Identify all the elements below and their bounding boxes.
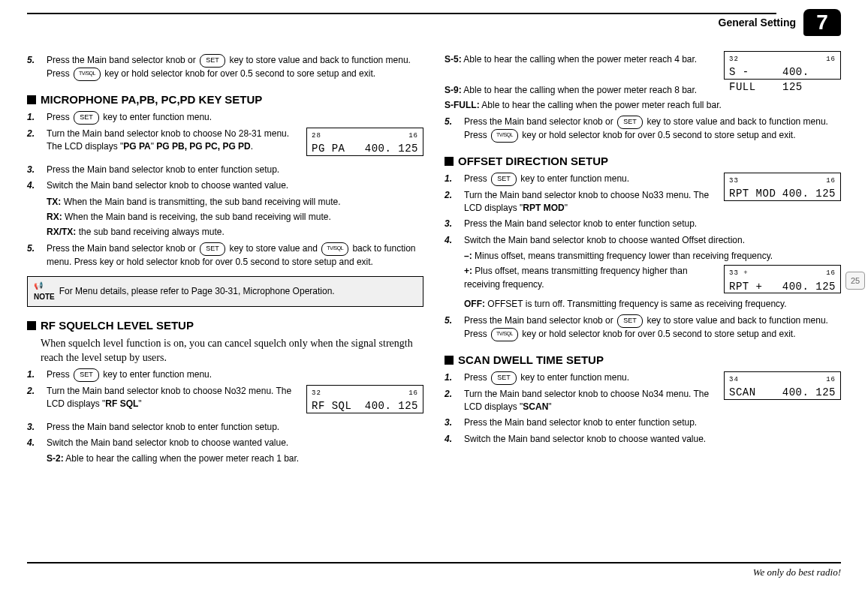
section-title: General Setting bbox=[719, 17, 796, 29]
sub-item: RX: When the Main band is receiving, the… bbox=[47, 211, 423, 224]
header-tab: General Setting 7 bbox=[719, 9, 841, 36]
lcd-display-rptplus: 33 +16 RPT +400. 125 bbox=[724, 265, 841, 293]
sub-item: OFF: OFFSET is turn off. Transmitting fr… bbox=[464, 298, 841, 311]
left-column: 5. Press the Main band selector knob or … bbox=[27, 51, 423, 468]
list-item: 1.Press SET key to enter function menu. bbox=[27, 368, 423, 382]
list-item: 5.Press the Main band selector knob or S… bbox=[445, 116, 841, 143]
footer-rule bbox=[27, 562, 841, 563]
lcd-display-rptmod: 3316 RPT MOD400. 125 bbox=[724, 173, 841, 201]
list-item: 2.Turn the Main band selector knob to ch… bbox=[445, 388, 718, 414]
page-header: General Setting 7 bbox=[27, 9, 841, 33]
tvsql-key-icon: TV/SQL bbox=[321, 242, 348, 256]
list-item: 5.Press the Main band selector knob or S… bbox=[27, 242, 423, 269]
sub-item: S-2: Able to hear the calling when the p… bbox=[47, 452, 423, 465]
note-text: For Menu details, please refer to Page 3… bbox=[59, 285, 335, 298]
right-column: 3216 S - FULL400. 125 S-5: Able to hear … bbox=[445, 51, 841, 468]
sub-item: –: Minus offset, means transmitting freq… bbox=[464, 250, 841, 263]
square-bullet-icon bbox=[445, 157, 454, 166]
note-box: 📢NOTE For Menu details, please refer to … bbox=[27, 276, 423, 307]
section-heading-offset: OFFSET DIRECTION SETUP bbox=[445, 153, 841, 170]
section-heading-rf: RF SQUELCH LEVEL SETUP bbox=[27, 317, 423, 334]
list-item: 2. 2816 PG PA400. 125 Turn the Main band… bbox=[27, 128, 423, 161]
list-item: 2. 3216 RF SQL400. 125 Turn the Main ban… bbox=[27, 385, 423, 418]
square-bullet-icon bbox=[27, 95, 36, 104]
lcd-display-sfull: 3216 S - FULL400. 125 bbox=[724, 51, 841, 80]
section-intro: When squelch level function is on, you c… bbox=[41, 337, 423, 365]
set-key-icon: SET bbox=[617, 116, 643, 129]
list-item: 5.Press the Main band selector knob or S… bbox=[445, 314, 841, 341]
list-item: 3.Press the Main band selector knob to e… bbox=[445, 416, 841, 429]
square-bullet-icon bbox=[445, 356, 454, 365]
list-item: 1.Press SET key to enter function menu. bbox=[445, 173, 718, 186]
lcd-display-rfsql: 3216 RF SQL400. 125 bbox=[306, 385, 423, 413]
tvsql-key-icon: TV/SQL bbox=[491, 328, 518, 341]
footer-slogan: We only do best radio! bbox=[27, 566, 841, 578]
square-bullet-icon bbox=[27, 321, 36, 330]
set-key-icon: SET bbox=[74, 111, 99, 125]
list-item: 3.Press the Main band selector knob to e… bbox=[27, 164, 423, 176]
set-key-icon: SET bbox=[491, 173, 517, 186]
section-heading-scan: SCAN DWELL TIME SETUP bbox=[445, 352, 841, 368]
set-key-icon: SET bbox=[200, 242, 225, 256]
tvsql-key-icon: TV/SQL bbox=[491, 129, 518, 143]
set-key-icon: SET bbox=[617, 314, 643, 328]
step-text: Press the Main band selector knob or SET… bbox=[47, 54, 423, 81]
list-item: 3.Press the Main band selector knob to e… bbox=[27, 421, 423, 434]
section-heading-mic: MICROPHONE PA,PB, PC,PD KEY SETUP bbox=[27, 92, 423, 108]
chapter-number: 7 bbox=[803, 9, 841, 36]
step-number: 5. bbox=[27, 54, 47, 81]
list-item: 4.Switch the Main band selector knob to … bbox=[445, 234, 841, 247]
page-number-tab: 25 bbox=[845, 272, 865, 290]
list-item: 1.Press SET key to enter function menu. bbox=[445, 371, 718, 385]
lcd-display-scan: 3416 SCAN400. 125 bbox=[724, 371, 841, 400]
set-key-icon: SET bbox=[74, 368, 99, 382]
note-icon: 📢NOTE bbox=[34, 281, 55, 302]
page-footer: We only do best radio! bbox=[27, 562, 841, 578]
list-item: 3.Press the Main band selector knob to e… bbox=[445, 218, 841, 230]
sub-item: RX/TX: the sub band receiving always mut… bbox=[47, 226, 423, 239]
sub-item: TX: When the Main band is transmitting, … bbox=[47, 196, 423, 209]
list-item: 5. Press the Main band selector knob or … bbox=[27, 54, 423, 81]
list-item: 4.Switch the Main band selector knob to … bbox=[445, 433, 841, 446]
set-key-icon: SET bbox=[491, 371, 517, 385]
set-key-icon: SET bbox=[200, 54, 225, 68]
lcd-display-pg: 2816 PG PA400. 125 bbox=[306, 128, 423, 156]
list-item: 4.Switch the Main band selector knob to … bbox=[27, 179, 423, 192]
list-item: 4.Switch the Main band selector knob to … bbox=[27, 437, 423, 449]
sub-item: S-FULL: Able to hear the calling when th… bbox=[445, 99, 841, 112]
header-rule bbox=[27, 13, 776, 14]
list-item: 1.Press SET key to enter function menu. bbox=[27, 111, 423, 125]
tvsql-key-icon: TV/SQL bbox=[74, 68, 101, 81]
list-item: 2.Turn the Main band selector knob to ch… bbox=[445, 189, 718, 215]
